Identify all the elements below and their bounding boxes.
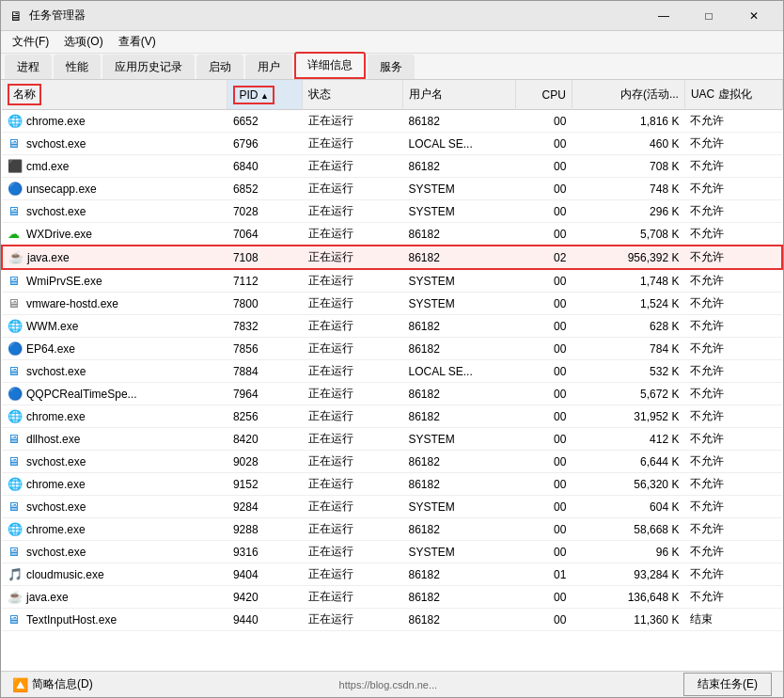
cell-pid: 9284 [227,496,303,518]
table-row[interactable]: 🖥 TextInputHost.exe 9440 正在运行 86182 00 1… [2,609,782,631]
cell-status: 正在运行 [303,518,403,541]
cell-pid: 9404 [227,563,303,586]
cell-mem: 56,320 K [572,473,684,496]
tab-app-history[interactable]: 应用历史记录 [102,55,195,79]
cell-status: 正在运行 [303,133,403,155]
th-cpu[interactable]: CPU [515,80,572,110]
tab-details[interactable]: 详细信息 [294,52,366,79]
cell-pid: 9440 [227,609,303,631]
maximize-button[interactable]: □ [687,1,730,31]
process-name: java.exe [26,591,69,604]
table-row[interactable]: 🖥 dllhost.exe 8420 正在运行 SYSTEM 00 412 K … [2,428,782,451]
th-user[interactable]: 用户名 [403,80,516,110]
cell-mem: 96 K [572,541,684,563]
cell-name: ☕ java.exe [2,586,227,609]
cell-cpu: 00 [515,178,572,200]
cell-pid: 6652 [227,110,303,133]
th-name[interactable]: 名称 [2,80,227,110]
cell-cpu: 00 [515,541,572,563]
cell-name: 🌐 chrome.exe [2,473,227,496]
cell-user: 86182 [403,246,516,269]
process-icon: 🖥 [8,500,23,515]
cell-status: 正在运行 [303,360,403,383]
close-button[interactable]: ✕ [732,1,776,31]
process-name: dllhost.exe [26,433,80,446]
cell-user: 86182 [403,518,516,541]
tab-performance[interactable]: 性能 [54,55,101,79]
table-row[interactable]: 🖥 svchost.exe 9316 正在运行 SYSTEM 00 96 K 不… [2,541,782,563]
table-row[interactable]: 🖥 WmiPrvSE.exe 7112 正在运行 SYSTEM 00 1,748… [2,269,782,293]
table-row[interactable]: ☕ java.exe 9420 正在运行 86182 00 136,648 K … [2,586,782,609]
cell-status: 正在运行 [303,586,403,609]
process-icon: 🔵 [8,341,23,357]
menu-file[interactable]: 文件(F) [5,32,56,52]
table-row[interactable]: 🔵 QQPCRealTimeSpe... 7964 正在运行 86182 00 … [2,383,782,405]
tab-users[interactable]: 用户 [245,55,292,79]
cell-cpu: 00 [515,200,572,223]
cell-cpu: 00 [515,338,572,360]
process-name: cloudmusic.exe [26,568,104,581]
tab-services[interactable]: 服务 [368,55,415,79]
process-icon: ⬛ [8,159,23,174]
table-row[interactable]: 🖥 svchost.exe 6796 正在运行 LOCAL SE... 00 4… [2,133,782,155]
table-row[interactable]: 🌐 chrome.exe 6652 正在运行 86182 00 1,816 K … [2,110,782,133]
table-row[interactable]: 🌐 chrome.exe 9288 正在运行 86182 00 58,668 K… [2,518,782,541]
process-name: chrome.exe [26,115,86,128]
task-manager-window: 🖥 任务管理器 — □ ✕ 文件(F) 选项(O) 查看(V) 进程 性能 应用… [0,0,784,698]
cell-name: 🎵 cloudmusic.exe [2,563,227,586]
process-icon: 🌐 [8,114,23,129]
cell-cpu: 01 [515,563,572,586]
cell-user: 86182 [403,451,516,473]
process-icon: ☕ [8,250,24,265]
cell-uac: 不允许 [684,200,782,223]
status-bar: 🔼 简略信息(D) https://blog.csdn.ne... 结束任务(E… [1,671,783,697]
cell-mem: 460 K [572,133,684,155]
cell-name: 🖥 svchost.exe [2,496,227,518]
process-name: svchost.exe [26,546,86,559]
cell-name: ⬛ cmd.exe [2,155,227,178]
table-row[interactable]: 🖥 svchost.exe 7028 正在运行 SYSTEM 00 296 K … [2,200,782,223]
cell-uac: 不允许 [684,178,782,200]
table-row[interactable]: 🖥 svchost.exe 7884 正在运行 LOCAL SE... 00 5… [2,360,782,383]
cell-cpu: 00 [515,315,572,338]
minimize-button[interactable]: — [642,1,685,31]
menu-bar: 文件(F) 选项(O) 查看(V) [1,31,783,54]
tab-processes[interactable]: 进程 [5,55,52,79]
end-task-button[interactable]: 结束任务(E) [683,673,772,696]
window-title: 任务管理器 [29,8,642,24]
menu-options[interactable]: 选项(O) [56,32,110,52]
cell-pid: 6840 [227,155,303,178]
cell-uac: 不允许 [684,246,782,269]
cell-name: 🖥 svchost.exe [2,541,227,563]
th-status[interactable]: 状态 [303,80,403,110]
menu-view[interactable]: 查看(V) [111,32,164,52]
process-icon: 🖥 [8,274,23,289]
cell-pid: 7964 [227,383,303,405]
process-icon: 🖥 [8,545,23,560]
tab-startup[interactable]: 启动 [196,55,243,79]
cell-mem: 136,648 K [572,586,684,609]
cell-mem: 5,708 K [572,223,684,246]
cell-mem: 784 K [572,338,684,360]
table-row[interactable]: 🔵 unsecapp.exe 6852 正在运行 SYSTEM 00 748 K… [2,178,782,200]
table-row[interactable]: ☁ WXDrive.exe 7064 正在运行 86182 00 5,708 K… [2,223,782,246]
table-row[interactable]: 🌐 chrome.exe 8256 正在运行 86182 00 31,952 K… [2,405,782,428]
cell-mem: 412 K [572,428,684,451]
process-icon: 🌐 [8,319,23,334]
table-row[interactable]: 🔵 EP64.exe 7856 正在运行 86182 00 784 K 不允许 [2,338,782,360]
cell-pid: 6852 [227,178,303,200]
th-uac[interactable]: UAC 虚拟化 [684,80,782,110]
table-row[interactable]: 🖥 vmware-hostd.exe 7800 正在运行 SYSTEM 00 1… [2,293,782,315]
cell-name: 🖥 dllhost.exe [2,428,227,451]
th-pid[interactable]: PID [227,80,303,110]
table-row[interactable]: 🎵 cloudmusic.exe 9404 正在运行 86182 01 93,2… [2,563,782,586]
table-row[interactable]: ☕ java.exe 7108 正在运行 86182 02 956,392 K … [2,246,782,269]
table-row[interactable]: 🖥 svchost.exe 9028 正在运行 86182 00 6,644 K… [2,451,782,473]
table-row[interactable]: ⬛ cmd.exe 6840 正在运行 86182 00 708 K 不允许 [2,155,782,178]
table-row[interactable]: 🖥 svchost.exe 9284 正在运行 SYSTEM 00 604 K … [2,496,782,518]
table-row[interactable]: 🌐 WWM.exe 7832 正在运行 86182 00 628 K 不允许 [2,315,782,338]
expand-button[interactable]: 🔼 简略信息(D) [12,676,93,692]
process-name: chrome.exe [26,523,86,536]
th-mem[interactable]: 内存(活动... [572,80,684,110]
table-row[interactable]: 🌐 chrome.exe 9152 正在运行 86182 00 56,320 K… [2,473,782,496]
